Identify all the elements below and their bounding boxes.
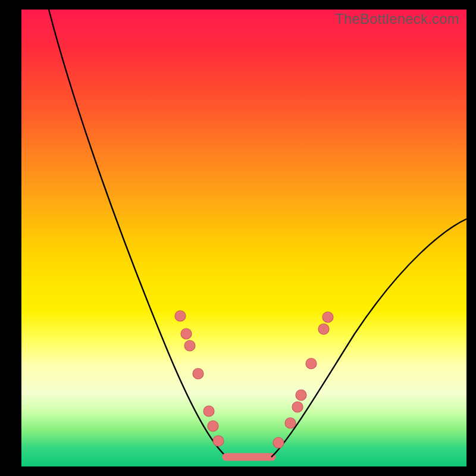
data-marker [322,312,333,322]
data-marker [184,340,195,351]
data-marker [203,406,214,416]
chart-frame: TheBottleneck.com [0,0,476,476]
data-marker [306,358,317,369]
curve-right-branch [271,219,466,457]
data-marker [181,328,192,339]
data-marker [273,437,284,448]
curve-left-branch [49,10,227,457]
data-marker [292,402,303,412]
data-marker [285,418,296,428]
data-marker [296,390,306,400]
data-marker [208,421,218,431]
marker-group [175,311,333,448]
data-marker [213,436,224,446]
data-marker [318,324,329,334]
chart-plot-area: TheBottleneck.com [21,10,466,466]
data-marker [175,311,186,321]
chart-svg [21,10,466,466]
watermark-text: TheBottleneck.com [335,11,459,27]
data-marker [193,368,203,379]
